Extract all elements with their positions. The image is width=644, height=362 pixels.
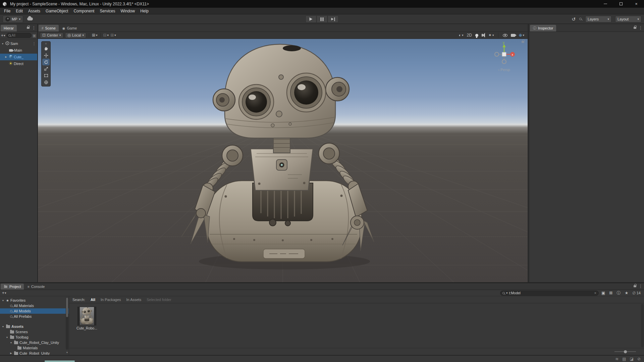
add-gameobject-button[interactable]: +▾ [1, 33, 5, 38]
expand-open-icon[interactable]: ▼ [1, 43, 4, 45]
scrollbar-down-arrow[interactable]: ▼ [66, 351, 68, 354]
step-button[interactable] [328, 15, 339, 23]
tab-scene[interactable]: # Scene [39, 25, 59, 32]
gizmos-dropdown[interactable]: ⊕▾ [519, 33, 524, 37]
account-dropdown[interactable]: MP ▾ [3, 15, 23, 23]
favorite-all-models-row[interactable]: All Models [0, 308, 69, 314]
more-icon[interactable]: ⋮ [32, 26, 36, 30]
menu-edit[interactable]: Edit [13, 8, 25, 14]
assets-root-row[interactable]: ▼ Assets [0, 324, 69, 329]
scene-picker-icon[interactable]: ▣ [33, 34, 36, 38]
expand-open-icon[interactable]: ▼ [9, 342, 13, 344]
gizmo-perspective-label[interactable]: ‹ Persp [491, 68, 517, 72]
tab-game[interactable]: ◉ Game [59, 25, 80, 32]
expand-closed-icon[interactable]: ▶ [4, 56, 8, 58]
layout-dropdown[interactable]: Layout ▾ [615, 16, 641, 22]
tab-inspector[interactable]: ⓘ Inspector [530, 25, 556, 32]
lock-icon[interactable] [634, 27, 636, 29]
favorite-all-materials-row[interactable]: All Materials [0, 303, 69, 308]
hidden-packages-counter[interactable]: ∅ 14 [632, 291, 641, 295]
asset-grid[interactable]: Cute_Robo... [69, 303, 644, 348]
clear-search-icon[interactable]: × [594, 291, 596, 295]
rect-tool-button[interactable] [42, 72, 50, 79]
search-filter-dropdown-icon[interactable]: ▾ [506, 291, 508, 295]
folder-tree-scrollbar[interactable] [66, 297, 68, 350]
transform-tool-button[interactable] [42, 79, 50, 85]
audio-toggle-icon[interactable] [482, 34, 483, 37]
expand-open-icon[interactable]: ▼ [1, 299, 5, 302]
menu-help[interactable]: Help [138, 8, 151, 14]
folder-materials-row[interactable]: Materials [0, 345, 69, 351]
play-button[interactable] [306, 15, 317, 23]
slider-thumb[interactable] [624, 350, 627, 353]
effects-dropdown[interactable]: ✦▾ [488, 33, 494, 37]
maximize-button[interactable] [613, 0, 629, 8]
menu-gameobject[interactable]: GameObject [43, 8, 71, 14]
favorite-all-prefabs-row[interactable]: All Prefabs [0, 314, 69, 319]
hierarchy-search-input[interactable] [6, 33, 32, 38]
folder-cute-robot-clay-row[interactable]: ▼ Cute_Robot_Clay_Unity [0, 340, 69, 345]
2d-toggle[interactable]: 2D [467, 33, 472, 37]
search-by-label-icon[interactable]: ⓘ [616, 290, 621, 296]
scope-in-assets[interactable]: In Assets [126, 298, 142, 302]
menu-window[interactable]: Window [118, 8, 138, 14]
hand-tool-button[interactable] [42, 45, 50, 52]
menu-file[interactable]: File [1, 8, 13, 14]
hierarchy-row-scene[interactable]: ▼ Sam ⋮ [0, 40, 37, 47]
status-icon-4[interactable]: ⊘ [637, 357, 641, 361]
undo-history-icon[interactable]: ↺ [572, 17, 576, 21]
more-icon[interactable]: ⋮ [32, 42, 37, 46]
rotate-tool-button[interactable] [42, 59, 50, 65]
menu-assets[interactable]: Assets [25, 8, 43, 14]
more-icon[interactable]: ⋮ [639, 284, 643, 288]
shading-mode-dropdown[interactable]: ◐▾ [459, 33, 464, 37]
gizmo-y-cone[interactable] [502, 44, 506, 47]
scene-camera-settings-icon[interactable] [511, 34, 515, 37]
move-tool-button[interactable] [42, 52, 50, 59]
scene-orientation-gizmo[interactable]: y x [491, 42, 517, 67]
scope-all[interactable]: All [91, 298, 95, 302]
search-icon[interactable] [579, 18, 582, 20]
tab-hierarchy[interactable]: Hierar [1, 25, 17, 32]
expand-open-icon[interactable]: ▼ [5, 336, 9, 339]
scale-tool-button[interactable] [42, 65, 50, 72]
hierarchy-row-camera[interactable]: Main [0, 47, 37, 54]
save-search-icon[interactable]: ★ [625, 291, 628, 295]
menu-services[interactable]: Services [97, 8, 118, 14]
project-search-input[interactable]: ▾ × [500, 291, 599, 296]
minimize-button[interactable] [598, 0, 613, 8]
tab-project[interactable]: Project [1, 284, 24, 290]
gizmo-negx-ball[interactable] [495, 52, 499, 56]
expand-open-icon[interactable]: ▼ [1, 325, 5, 328]
create-asset-button[interactable]: +▾ [2, 291, 6, 295]
scene-viewport[interactable]: ≡ [38, 39, 528, 282]
lighting-toggle-icon[interactable] [475, 34, 478, 37]
lock-icon[interactable] [634, 285, 636, 287]
tool-space-dropdown[interactable]: ◎ Local ▾ [65, 33, 86, 38]
hierarchy-row-light[interactable]: Direct [0, 60, 37, 67]
hierarchy-search-field[interactable] [12, 34, 30, 37]
status-icon-1[interactable]: ≋ [615, 357, 619, 361]
tab-console[interactable]: ≡ Console [24, 284, 48, 290]
status-icon-2[interactable]: ▤ [622, 357, 626, 361]
favorites-root-row[interactable]: ▼ ★ Favorites [0, 298, 69, 303]
gizmo-center-cube[interactable] [502, 52, 506, 56]
gizmo-negy-ball[interactable] [502, 60, 506, 64]
folder-scenes-row[interactable]: Scenes [0, 329, 69, 335]
asset-item-cute-robot[interactable]: Cute_Robo... [76, 307, 97, 330]
grid-snap-toggle[interactable]: ⊞▾ [92, 33, 98, 37]
folder-toolbag-row[interactable]: ▼ Toolbag [0, 335, 69, 340]
layers-dropdown[interactable]: Layers ▾ [585, 16, 611, 22]
scrollbar-thumb[interactable] [66, 298, 68, 317]
search-by-type-icon[interactable]: ⊠ [609, 291, 612, 295]
scope-in-packages[interactable]: In Packages [101, 298, 121, 302]
project-search-field[interactable] [509, 291, 593, 295]
status-icon-3[interactable]: ◪ [630, 357, 634, 361]
snap-settings-toggle[interactable]: ⊟▾ [103, 33, 109, 37]
thumbnail-size-slider[interactable] [614, 351, 636, 352]
scope-selected-folder[interactable]: Selected folder [147, 298, 171, 302]
lock-icon[interactable] [27, 27, 30, 29]
more-icon[interactable]: ⋮ [639, 26, 643, 30]
close-button[interactable]: × [629, 0, 644, 8]
viewport-lock-icon[interactable] [522, 41, 524, 43]
